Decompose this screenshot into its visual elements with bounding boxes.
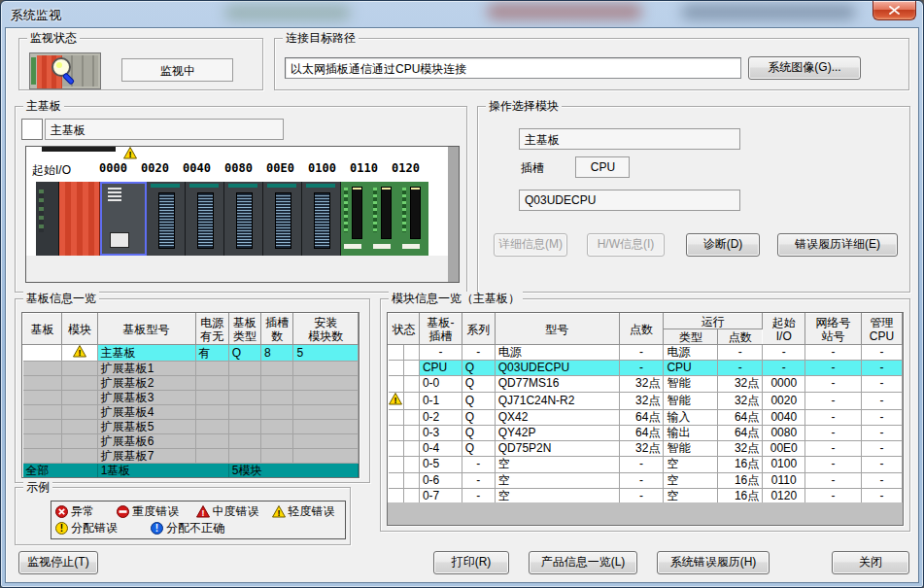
cell-power <box>195 405 228 420</box>
start-io-value: 00E0 <box>259 161 301 179</box>
product-info-list-button[interactable]: 产品信息一览(L) <box>529 551 637 574</box>
cell-module-status <box>62 391 97 405</box>
cell-network: - <box>805 409 862 425</box>
connection-path-field[interactable]: 以太网插板通信通过CPU模块连接 <box>285 57 741 79</box>
base-info-row[interactable]: !主基板有Q85 <box>23 345 359 362</box>
hw-info-button[interactable]: H/W信息(I) <box>587 233 665 257</box>
cell-model: 空 <box>495 457 619 472</box>
cell-type <box>228 420 260 434</box>
base-info-group-label: 基板信息一览 <box>23 292 99 305</box>
module-info-row[interactable]: 0-5-空-空16点0100-- <box>389 457 903 472</box>
module-info-row[interactable]: 0-0QQD77MS1632点智能32点0000-- <box>389 376 903 392</box>
cell-slot: CPU <box>419 361 462 376</box>
connection-path-group-label: 连接目标路径 <box>283 31 359 45</box>
rack-empty-slot[interactable] <box>341 182 370 256</box>
legend-row: 异常重度错误!中度错误!轻度错误 <box>55 503 341 520</box>
main-base-tree-item[interactable]: 主基板 <box>45 119 284 140</box>
titlebar[interactable]: 系统监视 <box>1 1 923 27</box>
module-info-row[interactable]: 0-6-空-空16点0110-- <box>389 472 903 488</box>
rack-cpu-module-selected[interactable] <box>100 182 147 256</box>
module-info-row[interactable]: CPUQQ03UDECPU-CPU---- <box>389 361 903 376</box>
svg-text:!: ! <box>277 508 280 518</box>
rack-empty-slot[interactable] <box>370 182 399 256</box>
system-error-history-button[interactable]: 系统错误履历(H) <box>657 551 770 574</box>
legend-item: 重度错误 <box>117 503 189 520</box>
cell-points: - <box>619 472 664 488</box>
base-info-row[interactable]: 扩展基板4 <box>23 405 359 420</box>
selected-base-field: 主基板 <box>519 128 740 150</box>
cell-status-2 <box>403 472 419 488</box>
col-power: 电源 有无 <box>195 314 228 345</box>
slot-value: CPU <box>591 160 615 174</box>
base-info-row[interactable]: 扩展基板3 <box>23 391 359 405</box>
slot-label: 插槽 <box>521 160 544 177</box>
col-network: 网络号 站号 <box>805 314 862 345</box>
cell-slots <box>261 391 293 405</box>
cell-points: 64点 <box>619 425 664 440</box>
rack-io-module[interactable] <box>263 182 302 256</box>
base-info-row[interactable]: 扩展基板6 <box>23 434 359 449</box>
tree-node-box[interactable] <box>21 119 43 140</box>
cell-series: Q <box>462 409 495 425</box>
rack-diagram[interactable]: ! 起始I/O 000000200040008000E0010001100120 <box>25 146 460 283</box>
col-slots: 插槽 数 <box>261 314 293 345</box>
cell-model: QD75P2N <box>495 441 619 457</box>
system-image-button[interactable]: 系统图像(G)... <box>748 56 861 80</box>
cell-slots <box>261 405 293 420</box>
minor-error-icon: ! <box>272 505 286 518</box>
base-info-table[interactable]: 基板 模块 基板型号 电源 有无 基板 类型 插槽 数 安装 模块数 !主基板有… <box>22 313 359 478</box>
cell-status-2 <box>403 425 419 440</box>
cell-series: - <box>462 345 495 361</box>
cell-model: 扩展基板1 <box>97 362 195 376</box>
module-info-row[interactable]: --电源-电源---- <box>389 345 903 361</box>
diagnose-button-label: 诊断(D) <box>703 237 743 251</box>
module-info-table[interactable]: 状态 基板- 插槽 系列 型号 点数 运行 起始 I/O 网络号 站号 管理 C… <box>388 313 903 502</box>
cell-network: - <box>805 425 862 440</box>
main-base-tree-item-label: 主基板 <box>51 123 86 137</box>
rack-power-supply-module[interactable] <box>59 182 100 256</box>
col-installed: 安装 模块数 <box>293 314 359 345</box>
rack-io-module[interactable] <box>186 182 224 256</box>
base-info-row[interactable]: 扩展基板2 <box>23 376 359 391</box>
cell-model: 扩展基板6 <box>97 434 195 449</box>
rack-io-module[interactable] <box>224 182 263 256</box>
cell-model: 扩展基板3 <box>97 391 195 405</box>
cell-module-status <box>62 405 97 420</box>
detail-info-button[interactable]: 详细信息(M) <box>494 233 567 257</box>
base-info-row[interactable]: 扩展基板5 <box>23 420 359 434</box>
module-info-row[interactable]: 0-2QQX4264点输入64点0040-- <box>389 409 903 425</box>
cell-slots <box>261 376 293 391</box>
module-info-row[interactable]: !0-1QQJ71C24N-R232点智能32点0020-- <box>389 392 903 409</box>
cell-base <box>23 405 62 420</box>
module-info-row[interactable]: 0-3QQY42P64点输出64点0080-- <box>389 425 903 440</box>
base-info-row[interactable]: 扩展基板7 <box>23 449 359 464</box>
close-dialog-button[interactable]: 关闭 <box>832 551 909 574</box>
monitor-stop-button[interactable]: 监视停止(T) <box>18 551 98 574</box>
start-io-value: 0040 <box>176 161 218 179</box>
cell-run-points: 32点 <box>718 392 763 409</box>
error-history-detail-button[interactable]: 错误履历详细(E) <box>777 233 898 257</box>
print-button[interactable]: 打印(R) <box>433 551 509 574</box>
cell-run-type: 输出 <box>664 425 718 440</box>
base-info-row[interactable]: 扩展基板1 <box>23 362 359 376</box>
base-info-header-row: 基板 模块 基板型号 电源 有无 基板 类型 插槽 数 安装 模块数 <box>23 314 359 345</box>
cell-module-status <box>62 376 97 391</box>
rack-io-module[interactable] <box>302 182 341 256</box>
rack-empty-slot[interactable] <box>399 182 428 256</box>
magnifier-icon <box>48 55 81 88</box>
close-button[interactable] <box>873 1 916 20</box>
start-io-value: 0120 <box>385 161 427 179</box>
close-icon <box>889 6 900 15</box>
rack-io-module[interactable] <box>147 182 186 256</box>
selected-model-field: Q03UDECPU <box>519 190 740 211</box>
minor-error-icon: ! <box>62 345 97 362</box>
summary-bases: 1基板 <box>97 464 228 478</box>
connection-path-text: 以太网插板通信通过CPU模块连接 <box>291 62 466 76</box>
minor-error-icon: ! <box>123 147 137 159</box>
cell-points: - <box>619 361 664 376</box>
cell-cpu: - <box>861 376 902 392</box>
cell-model: 扩展基板7 <box>97 449 195 464</box>
cell-base <box>23 362 62 376</box>
diagnose-button[interactable]: 诊断(D) <box>686 233 760 257</box>
module-info-row[interactable]: 0-4QQD75P2N32点智能32点00E0-- <box>389 441 903 457</box>
